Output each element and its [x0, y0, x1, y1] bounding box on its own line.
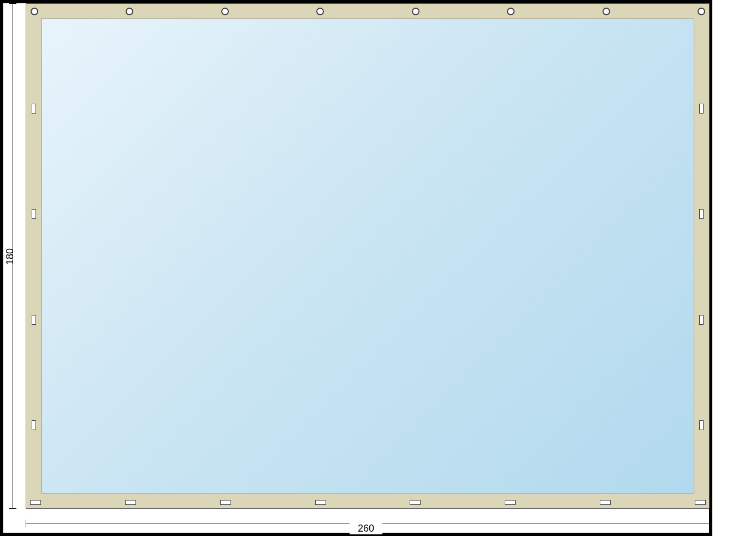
glass-panel	[41, 19, 694, 493]
grommet-circle	[221, 8, 229, 15]
dim-width-label: 260	[350, 523, 382, 534]
fastener-slot-horizontal	[30, 500, 41, 505]
dim-height-tick-bot	[9, 508, 16, 509]
diagram-canvas: 180 260	[0, 0, 756, 536]
fastener-slot-horizontal	[315, 500, 326, 505]
dim-width-tick-right	[709, 520, 710, 527]
fastener-slot-horizontal	[695, 500, 706, 505]
fastener-slot-horizontal	[125, 500, 136, 505]
fastener-slot-horizontal	[600, 500, 611, 505]
fastener-slot-vertical	[699, 315, 704, 325]
dim-height-tick-top	[9, 3, 16, 4]
grommet-circle	[31, 8, 38, 15]
fastener-slot-vertical	[699, 209, 704, 219]
grommet-circle	[603, 8, 610, 15]
fastener-slot-vertical	[32, 315, 36, 325]
grommet-circle	[698, 8, 705, 15]
fastener-slot-vertical	[699, 420, 704, 430]
fastener-slot-horizontal	[505, 500, 516, 505]
grommet-circle	[412, 8, 420, 15]
dim-width-tick-left	[26, 520, 26, 527]
fastener-slot-vertical	[699, 104, 704, 114]
fastener-slot-vertical	[32, 420, 36, 430]
fastener-slot-vertical	[32, 104, 36, 114]
dim-height-label: 180	[4, 240, 16, 273]
fastener-slot-horizontal	[410, 500, 421, 505]
fastener-slot-horizontal	[220, 500, 231, 505]
fastener-slot-vertical	[32, 209, 36, 219]
